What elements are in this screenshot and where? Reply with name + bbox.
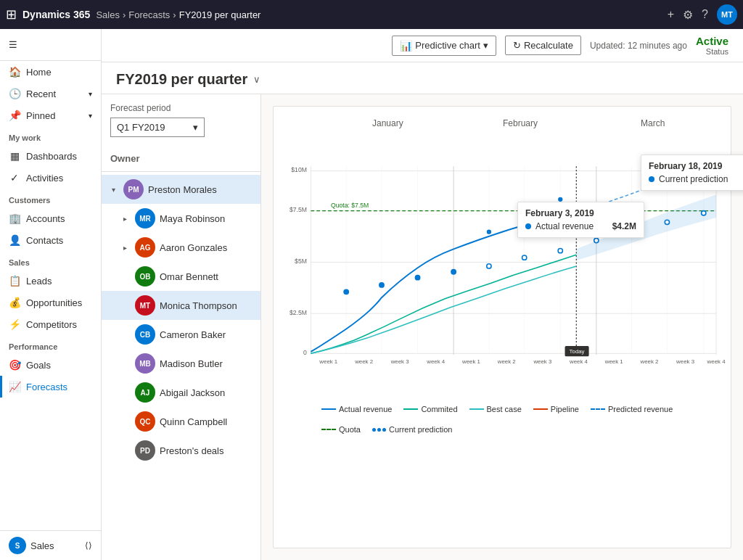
recalculate-button[interactable]: ↻ Recalculate: [505, 36, 581, 55]
month-label-january: January: [321, 118, 454, 128]
status-value: Active: [696, 35, 728, 47]
list-item[interactable]: QC Quinn Campbell: [102, 407, 260, 436]
breadcrumb-sales[interactable]: Sales: [96, 9, 120, 20]
list-item[interactable]: CB Cameron Baker: [102, 320, 260, 349]
sidebar-item-accounts[interactable]: 🏢 Accounts: [0, 207, 101, 229]
sidebar-item-recent[interactable]: 🕒 Recent ▾: [0, 83, 101, 104]
list-item[interactable]: PD Preston's deals: [102, 436, 260, 465]
content-area: Forecast period Q1 FY2019 ▾ Owner ▾ PM P…: [102, 94, 743, 560]
sidebar-item-contacts[interactable]: 👤 Contacts: [0, 229, 101, 251]
sidebar-item-leads[interactable]: 📋 Leads: [0, 270, 101, 292]
goals-icon: 🎯: [9, 359, 20, 371]
list-item[interactable]: OB Omar Bennett: [102, 262, 260, 291]
toolbar: 📊 Predictive chart ▾ ↻ Recalculate Updat…: [102, 29, 743, 62]
month-labels: January February March: [285, 118, 719, 128]
sidebar-item-home[interactable]: 🏠 Home: [0, 61, 101, 83]
svg-point-32: [487, 264, 491, 268]
owner-header: Owner: [102, 146, 260, 172]
list-item[interactable]: ▸ AG Aaron Gonzales: [102, 233, 260, 262]
avatar: MR: [135, 208, 155, 228]
expand-icon[interactable]: ▸: [119, 244, 131, 252]
month-label-february: February: [454, 118, 587, 128]
expand-icon[interactable]: ▾: [107, 186, 119, 194]
legend-quota: Quota: [321, 425, 361, 434]
page-title-chevron-icon[interactable]: ∨: [253, 74, 260, 85]
avatar: PD: [135, 440, 155, 461]
legend-best-case-label: Best case: [487, 405, 522, 413]
breadcrumb-forecasts[interactable]: Forecasts: [128, 9, 170, 20]
sidebar-expand-icon[interactable]: ⟨⟩: [85, 540, 92, 551]
customers-section-label: Customers: [0, 189, 101, 207]
add-icon[interactable]: +: [668, 8, 674, 21]
sidebar-bottom[interactable]: S Sales ⟨⟩: [0, 530, 101, 560]
svg-text:$5M: $5M: [295, 258, 307, 265]
svg-text:week 4: week 4: [426, 358, 446, 365]
sidebar-item-competitors[interactable]: ⚡ Competitors: [0, 313, 101, 335]
performance-section-label: Performance: [0, 335, 101, 354]
svg-point-39: [486, 229, 492, 235]
chart-area: January February March $10M $7.5M $5M $2…: [261, 94, 743, 560]
svg-text:week 3: week 3: [676, 358, 695, 365]
legend-committed: Commited: [403, 405, 457, 413]
sidebar-recent-label: Recent: [26, 88, 56, 99]
svg-text:Today: Today: [570, 348, 585, 355]
list-item[interactable]: MT Monica Thompson: [102, 291, 260, 320]
owner-name: Aaron Gonzales: [160, 242, 227, 253]
predictive-chart-button[interactable]: 📊 Predictive chart ▾: [392, 36, 496, 56]
list-item[interactable]: MB Madison Butler: [102, 349, 260, 378]
owner-name: Abigail Jackson: [160, 387, 225, 398]
sidebar-top: ☰: [0, 29, 101, 61]
period-select[interactable]: Q1 FY2019 ▾: [110, 118, 205, 137]
legend-quota-line: [321, 429, 336, 430]
owner-name: Omar Bennett: [160, 271, 218, 282]
svg-text:week 1: week 1: [604, 358, 623, 365]
settings-icon[interactable]: ⚙: [683, 8, 693, 22]
svg-point-33: [522, 255, 527, 260]
top-nav-actions: + ⚙ ? MT: [668, 4, 737, 25]
user-avatar[interactable]: MT: [717, 4, 737, 25]
recalculate-icon: ↻: [513, 40, 521, 51]
legend-committed-label: Commited: [421, 405, 457, 413]
accounts-icon: 🏢: [9, 213, 20, 224]
expand-icon[interactable]: ▸: [119, 215, 131, 223]
sidebar-item-pinned[interactable]: 📌 Pinned ▾: [0, 104, 101, 126]
breadcrumb: Sales › Forecasts › FY2019 per quarter: [96, 9, 260, 20]
sidebar-item-goals[interactable]: 🎯 Goals: [0, 354, 101, 376]
list-item[interactable]: ▾ PM Preston Morales: [102, 175, 260, 204]
owner-panel: Forecast period Q1 FY2019 ▾ Owner ▾ PM P…: [102, 94, 261, 560]
owner-name: Preston's deals: [160, 445, 223, 456]
svg-point-36: [629, 230, 633, 234]
svg-point-34: [558, 249, 562, 253]
legend-current-prediction: Current prediction: [372, 425, 452, 434]
waffle-icon[interactable]: ⊞: [6, 7, 17, 22]
owner-name: Preston Morales: [148, 184, 217, 195]
list-item[interactable]: AJ Abigail Jackson: [102, 378, 260, 407]
chart-container: January February March $10M $7.5M $5M $2…: [273, 106, 731, 548]
svg-point-38: [702, 211, 706, 215]
pin-icon: 📌: [9, 110, 20, 121]
opportunities-icon: 💰: [9, 297, 20, 308]
avatar: OB: [135, 266, 155, 287]
svg-point-37: [665, 220, 669, 224]
owner-name: Monica Thompson: [160, 300, 237, 311]
svg-point-29: [379, 283, 384, 287]
page-title: FY2019 per quarter: [116, 71, 247, 88]
list-item[interactable]: ▸ MR Maya Robinson: [102, 204, 260, 233]
help-icon[interactable]: ?: [702, 8, 708, 21]
home-icon: 🏠: [9, 66, 20, 78]
app-name: Dynamics 365: [22, 9, 90, 20]
sidebar-menu-button[interactable]: ☰: [0, 35, 101, 54]
sidebar-item-activities[interactable]: ✓ Activities: [0, 167, 101, 189]
avatar: AJ: [135, 382, 155, 403]
month-label-march: March: [586, 118, 719, 128]
svg-text:week 1: week 1: [319, 358, 337, 365]
svg-text:week 4: week 4: [569, 358, 588, 365]
legend-pipeline-label: Pipeline: [551, 405, 579, 413]
svg-text:0: 0: [303, 349, 307, 356]
legend-quota-label: Quota: [339, 425, 361, 434]
status-label: Status: [696, 47, 728, 56]
sidebar-item-opportunities[interactable]: 💰 Opportunities: [0, 292, 101, 313]
sidebar-item-dashboards[interactable]: ▦ Dashboards: [0, 145, 101, 167]
contacts-icon: 👤: [9, 234, 20, 246]
sidebar-item-forecasts[interactable]: 📈 Forecasts: [0, 376, 101, 398]
